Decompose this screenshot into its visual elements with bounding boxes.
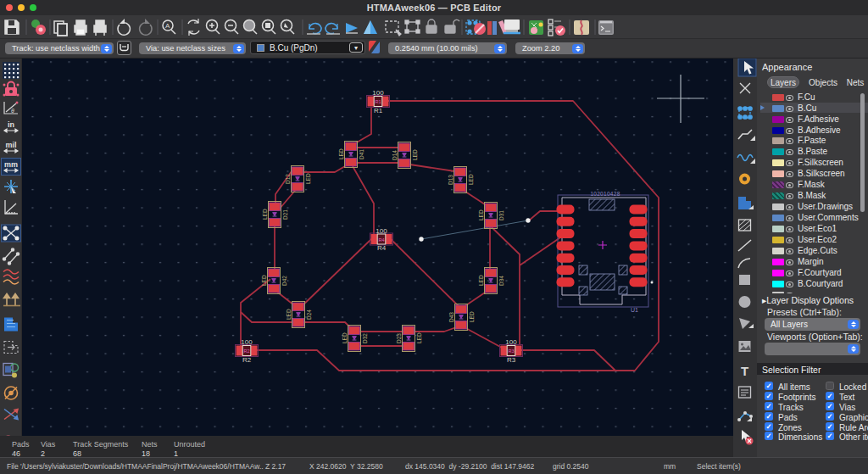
svg-text:T: T xyxy=(741,364,748,378)
svg-text:R3: R3 xyxy=(508,349,514,354)
svg-text:LED: LED xyxy=(468,174,474,185)
svg-text:A: A xyxy=(165,22,170,30)
svg-text:R2: R2 xyxy=(242,356,252,364)
svg-text:D12: D12 xyxy=(285,174,291,184)
svg-text:100: 100 xyxy=(505,338,517,346)
svg-text:U1: U1 xyxy=(631,307,638,313)
svg-text:LED: LED xyxy=(342,332,348,343)
svg-text:100: 100 xyxy=(241,338,253,346)
svg-text:mm: mm xyxy=(4,160,18,169)
svg-text:LED: LED xyxy=(469,311,475,322)
svg-text:D42: D42 xyxy=(281,276,287,286)
svg-text:D24: D24 xyxy=(306,309,312,320)
svg-text:R1: R1 xyxy=(374,107,383,114)
svg-text:mil: mil xyxy=(5,141,16,149)
svg-text:R2: R2 xyxy=(243,349,249,354)
svg-text:R1: R1 xyxy=(375,99,381,104)
svg-text:100: 100 xyxy=(372,89,384,97)
svg-text:LED: LED xyxy=(416,332,422,343)
svg-text:LED: LED xyxy=(261,275,267,286)
svg-text:θ: θ xyxy=(11,108,14,114)
svg-text:LED: LED xyxy=(478,275,484,286)
svg-text:D14: D14 xyxy=(392,150,398,160)
svg-text:D21: D21 xyxy=(282,209,288,220)
svg-text:LED: LED xyxy=(412,149,418,160)
svg-text:D43: D43 xyxy=(448,312,454,322)
svg-text:D41: D41 xyxy=(359,149,364,159)
svg-text:R3: R3 xyxy=(507,356,516,364)
svg-text:D23: D23 xyxy=(396,333,402,343)
svg-text:LED: LED xyxy=(338,148,344,159)
svg-text:D13: D13 xyxy=(448,175,453,185)
svg-text:LED: LED xyxy=(262,209,268,220)
svg-text:LED: LED xyxy=(478,209,484,220)
svg-text:D32: D32 xyxy=(362,333,368,343)
svg-text:LED: LED xyxy=(305,173,311,184)
svg-text:LED: LED xyxy=(286,309,292,320)
svg-text:R4: R4 xyxy=(377,244,387,252)
svg-text:102010428: 102010428 xyxy=(590,191,620,197)
svg-text:D34: D34 xyxy=(498,276,504,286)
svg-text:D31: D31 xyxy=(498,210,504,220)
svg-text:in: in xyxy=(8,120,14,129)
svg-text:100: 100 xyxy=(376,227,387,235)
svg-text:R4: R4 xyxy=(378,237,384,243)
